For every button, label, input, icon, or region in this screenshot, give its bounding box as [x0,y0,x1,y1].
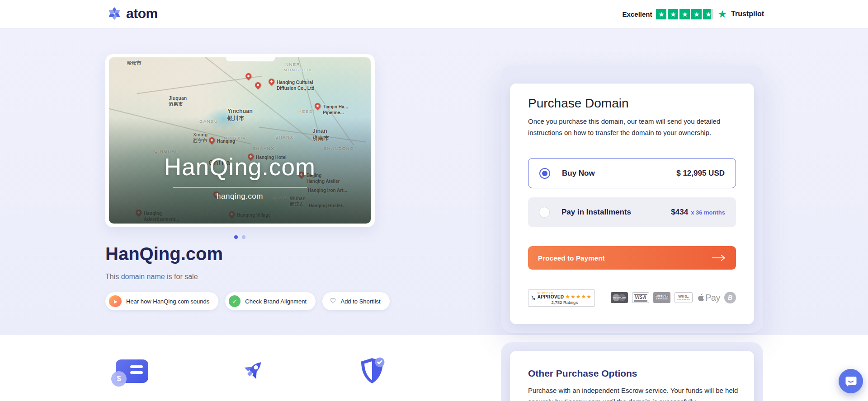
purchase-description: Once you purchase this domain, our team … [528,116,740,139]
map-poi-label: BeijingHanqing Atelier [307,173,340,184]
map-label: Jinan济南市 [312,128,330,142]
purchase-panel: Purchase Domain Once you purchase this d… [510,84,754,324]
map-label: HEBEI [298,109,315,114]
atom-logo[interactable]: atom [107,6,158,21]
shopper-approved-badge[interactable]: SHOPPER APPROVED ★★★★★ 2,782 Ratings [528,289,595,307]
arrow-right-icon [712,255,726,261]
rocket-icon [236,356,268,387]
buy-now-price: $ 12,995 USD [676,169,725,178]
shopper-approved-line2: APPROVED [538,295,564,299]
chat-launcher-button[interactable] [839,369,863,393]
star-icon: ★ [679,9,690,19]
shopper-approved-stars: ★★★★★ [565,294,592,299]
star-icon: ★ [668,9,678,19]
map-label: QINGHAI [154,149,177,154]
proceed-label: Proceed to Payment [538,254,605,262]
star-icon: ★ [656,9,666,19]
map-search-box-remnant [225,57,276,62]
shortlist-label: Add to Shortlist [340,298,380,305]
map-label: GANSU [199,119,218,124]
other-purchase-wrapper: Other Purchase Options Purchase with an … [501,342,763,401]
visa-icon: VISA [632,292,649,303]
star-icon: ★ [691,9,702,19]
star-half-icon: ★ [703,9,713,19]
purchase-title: Purchase Domain [528,96,629,111]
map-poi-label: HanqingAdvertisement... [144,210,179,222]
heart-icon: ♡ [330,298,336,305]
dollar-icon: $ [111,371,127,387]
map-label: Wuhan武汉市 [290,196,306,207]
map-label: SHANDONG [324,146,354,151]
map-label: 哈密市 [127,60,142,66]
atom-logo-icon [107,6,122,21]
radio-unselected-icon[interactable] [539,207,550,218]
trustpilot-stars: ★ ★ ★ ★ ★ [656,9,713,19]
shopping-cart-icon [531,293,536,303]
trustpilot-star-icon: ★ [717,9,727,19]
carousel-dot[interactable] [242,235,245,239]
proceed-to-payment-button[interactable]: Proceed to Payment [528,246,736,270]
purchase-panel-wrapper: Purchase Domain Once you purchase this d… [501,65,763,333]
shopper-approved-ratings: 2,782 Ratings [538,300,592,305]
buy-now-option[interactable]: Buy Now $ 12,995 USD [528,158,736,188]
wire-transfer-icon: WIRE TRANSFER [675,292,693,303]
map-label: HUBEI [273,196,289,201]
billing-card-icon: $ [116,359,148,383]
trust-badges-row: SHOPPER APPROVED ★★★★★ 2,782 Ratings Mas… [528,289,736,308]
other-purchase-title: Other Purchase Options [528,368,637,379]
amex-icon: AMERICAN EXPRESS [653,292,670,303]
hear-domain-button[interactable]: ▶ Hear how HanQing.com sounds [105,292,218,310]
trustpilot-rating-label: Excellent [623,10,652,18]
buy-now-label: Buy Now [562,169,595,178]
shopper-approved-line1: SHOPPER [538,292,564,294]
trustpilot-brand: Trustpilot [731,10,764,18]
map-poi-label: Hanqing Hotel [256,154,287,160]
domain-image-card: 哈密市INNERMONGOLIAJiuquan酒泉市Yinchuan银川市GAN… [105,54,375,227]
map-poi-label: Tianjin Ha...Pipeline... [323,104,348,116]
domain-title: HanQing.com [105,244,223,264]
logo-text: atom [126,6,158,21]
domain-status-text: This domain name is for sale [105,273,198,281]
hear-domain-label: Hear how HanQing.com sounds [126,298,209,305]
action-pills: ▶ Hear how HanQing.com sounds ✓ Check Br… [105,292,390,310]
chat-bubble-icon [845,375,857,387]
installments-terms: x 36 months [691,209,725,216]
map-poi-label: Hanqing CulturalDiffusion Co., Ltd [277,79,314,91]
play-icon: ▶ [109,295,122,307]
check-brand-alignment-button[interactable]: ✓ Check Brand Alignment [225,292,316,310]
mastercard-icon: MasterCard [611,292,628,303]
installments-price: $434 [671,208,688,217]
map-label: China [208,159,231,167]
domain-map-image[interactable]: 哈密市INNERMONGOLIAJiuquan酒泉市Yinchuan银川市GAN… [109,57,371,224]
installments-option[interactable]: Pay in Installments $434 x 36 months [528,197,736,227]
map-poi-label: Hanqing Village [237,212,271,218]
map-poi-label: Hanqing [217,138,235,144]
apple-pay-icon: Pay [697,293,720,303]
map-label: Xining西宁市 [193,132,208,144]
map-label: SICHUAN [198,211,222,216]
app-header: atom Excellent ★ ★ ★ ★ ★ ★ Trustpilot [0,0,868,28]
radio-selected-icon[interactable] [539,168,550,179]
other-purchase-panel: Other Purchase Options Purchase with an … [510,351,754,401]
map-label: Jiuquan酒泉市 [169,95,187,107]
map-label: SHAANXI [253,146,276,151]
other-purchase-description: Purchase with an independent Escrow serv… [528,385,740,401]
map-poi-label: Hanqing Hostel... [309,203,346,209]
installments-label: Pay in Installments [561,208,631,217]
apple-icon [697,293,704,303]
map-label: INNERMONGOLIA [283,62,312,73]
carousel-dot-active[interactable] [234,235,238,239]
check-icon: ✓ [229,295,241,307]
payment-methods: MasterCard VISA AMERICAN EXPRESS WIRE TR… [611,292,736,303]
shield-check-icon [357,356,387,387]
map-poi-label: Hanqing Iron Art... [308,187,347,193]
carousel-dots [234,235,245,239]
map-label: SHANXI [275,135,295,140]
bitcoin-icon: B [724,292,736,303]
map-label: Yinchuan银川市 [227,108,253,122]
trustpilot-widget[interactable]: Excellent ★ ★ ★ ★ ★ ★ Trustpilot [623,0,764,28]
add-to-shortlist-button[interactable]: ♡ Add to Shortlist [322,292,390,310]
check-brand-label: Check Brand Alignment [245,298,307,305]
